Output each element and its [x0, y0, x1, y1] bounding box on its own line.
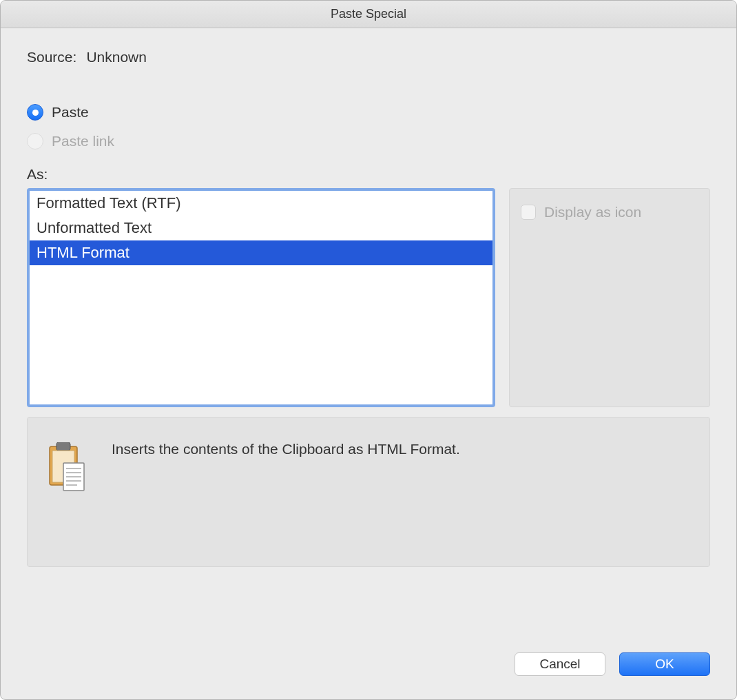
radio-paste-label: Paste — [52, 104, 89, 121]
source-label: Source: — [27, 49, 76, 65]
list-item[interactable]: Unformatted Text — [30, 216, 492, 240]
display-as-icon-checkbox: Display as icon — [521, 204, 698, 220]
format-listbox[interactable]: Formatted Text (RTF) Unformatted Text HT… — [27, 188, 495, 407]
list-item[interactable]: HTML Format — [30, 240, 492, 265]
svg-rect-1 — [56, 442, 70, 451]
cancel-button[interactable]: Cancel — [515, 652, 605, 676]
radio-icon — [27, 104, 43, 121]
radio-icon — [27, 133, 43, 150]
radio-paste-link: Paste link — [27, 133, 710, 150]
clipboard-icon — [48, 442, 87, 492]
dialog-content: Source: Unknown Paste Paste link As: For… — [1, 28, 736, 699]
ok-button[interactable]: OK — [619, 652, 710, 676]
middle-row: Formatted Text (RTF) Unformatted Text HT… — [27, 188, 710, 407]
source-row: Source: Unknown — [27, 49, 710, 65]
description-text: Inserts the contents of the Clipboard as… — [112, 441, 460, 546]
list-item[interactable]: Formatted Text (RTF) — [30, 191, 492, 216]
checkbox-icon — [521, 205, 536, 220]
icon-options-panel: Display as icon — [509, 188, 710, 407]
description-panel: Inserts the contents of the Clipboard as… — [27, 417, 710, 567]
display-as-icon-label: Display as icon — [544, 204, 641, 220]
dialog-footer: Cancel OK — [27, 640, 710, 692]
window-title: Paste Special — [331, 7, 406, 21]
as-label: As: — [27, 166, 710, 183]
radio-paste-link-label: Paste link — [52, 133, 114, 150]
titlebar: Paste Special — [1, 1, 736, 28]
source-value: Unknown — [86, 49, 147, 65]
radio-paste[interactable]: Paste — [27, 104, 710, 121]
paste-special-dialog: Paste Special Source: Unknown Paste Past… — [0, 0, 737, 700]
paste-mode-radio-group: Paste Paste link — [27, 104, 710, 150]
